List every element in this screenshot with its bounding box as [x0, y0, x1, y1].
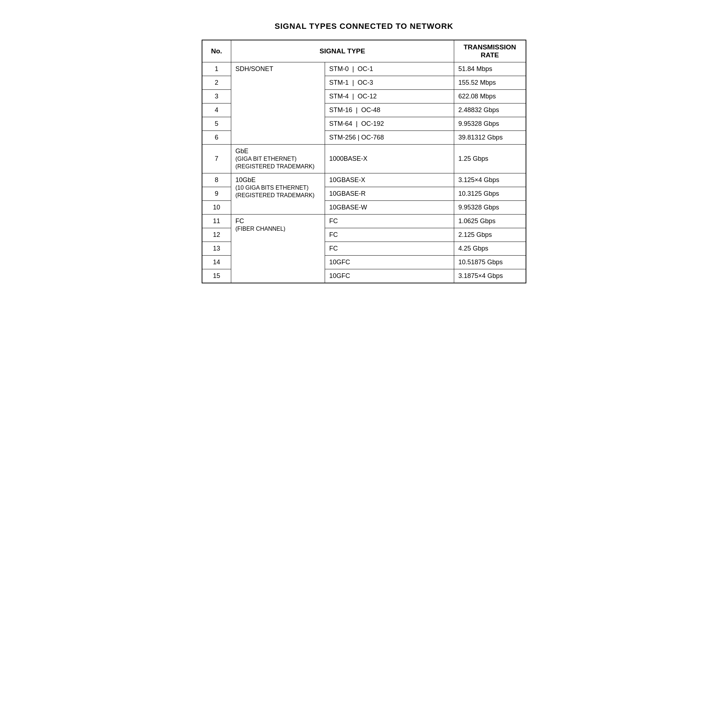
signal-name-10gbe: 10GbE (10 GIGA BITS ETHERNET) (REGISTERE…	[231, 173, 325, 214]
rate-value: 3.125×4 Gbps	[454, 173, 526, 187]
rate-value: 51.84 Mbps	[454, 62, 526, 76]
stm-value: STM-64 | OC-192	[325, 117, 454, 131]
signal-sub1: (10 GIGA BITS ETHERNET)	[236, 185, 309, 191]
stm-value: 1000BASE-X	[325, 144, 454, 173]
row-no: 6	[202, 131, 231, 144]
stm-value: FC	[325, 214, 454, 228]
stm-value: STM-256 | OC-768	[325, 131, 454, 144]
page-title: SIGNAL TYPES CONNECTED TO NETWORK	[202, 22, 526, 31]
signal-sub1: (GIGA BIT ETHERNET)	[236, 156, 297, 162]
rate-value: 4.25 Gbps	[454, 242, 526, 256]
stm-value: 10GFC	[325, 256, 454, 269]
header-no: No.	[202, 40, 231, 62]
rate-value: 9.95328 Gbps	[454, 201, 526, 214]
row-no: 11	[202, 214, 231, 228]
rate-value: 155.52 Mbps	[454, 76, 526, 90]
rate-value: 3.1875×4 Gbps	[454, 269, 526, 284]
stm-value: 10GBASE-R	[325, 187, 454, 201]
rate-value: 2.125 Gbps	[454, 228, 526, 242]
signal-sub1: (FIBER CHANNEL)	[236, 226, 286, 232]
table-row: 7 GbE (GIGA BIT ETHERNET) (REGISTERED TR…	[202, 144, 526, 173]
rate-value: 9.95328 Gbps	[454, 117, 526, 131]
rate-value: 622.08 Mbps	[454, 90, 526, 103]
signal-name-gbe: GbE (GIGA BIT ETHERNET) (REGISTERED TRAD…	[231, 144, 325, 173]
signal-sub2: (REGISTERED TRADEMARK)	[236, 163, 315, 170]
table-row: 11 FC (FIBER CHANNEL) FC 1.0625 Gbps	[202, 214, 526, 228]
row-no: 8	[202, 173, 231, 187]
stm-value: STM-4 | OC-12	[325, 90, 454, 103]
stm-value: 10GBASE-X	[325, 173, 454, 187]
row-no: 10	[202, 201, 231, 214]
signal-name-fc: FC (FIBER CHANNEL)	[231, 214, 325, 284]
stm-value: 10GBASE-W	[325, 201, 454, 214]
rate-value: 1.0625 Gbps	[454, 214, 526, 228]
row-no: 2	[202, 76, 231, 90]
row-no: 15	[202, 269, 231, 284]
stm-value: STM-16 | OC-48	[325, 103, 454, 117]
stm-value: FC	[325, 228, 454, 242]
rate-value: 1.25 Gbps	[454, 144, 526, 173]
table-row: 8 10GbE (10 GIGA BITS ETHERNET) (REGISTE…	[202, 173, 526, 187]
stm-value: 10GFC	[325, 269, 454, 284]
table-row: 1 SDH/SONET STM-0 | OC-1 51.84 Mbps	[202, 62, 526, 76]
row-no: 13	[202, 242, 231, 256]
page-container: SIGNAL TYPES CONNECTED TO NETWORK No. SI…	[202, 22, 526, 284]
signal-types-table: No. SIGNAL TYPE TRANSMISSION RATE 1 SDH/…	[202, 39, 526, 284]
signal-name-sdh: SDH/SONET	[231, 62, 325, 144]
rate-value: 10.3125 Gbps	[454, 187, 526, 201]
row-no: 12	[202, 228, 231, 242]
row-no: 7	[202, 144, 231, 173]
rate-value: 2.48832 Gbps	[454, 103, 526, 117]
row-no: 1	[202, 62, 231, 76]
table-header-row: No. SIGNAL TYPE TRANSMISSION RATE	[202, 40, 526, 62]
stm-value: STM-0 | OC-1	[325, 62, 454, 76]
stm-value: STM-1 | OC-3	[325, 76, 454, 90]
row-no: 3	[202, 90, 231, 103]
row-no: 5	[202, 117, 231, 131]
rate-value: 39.81312 Gbps	[454, 131, 526, 144]
rate-value: 10.51875 Gbps	[454, 256, 526, 269]
signal-sub2: (REGISTERED TRADEMARK)	[236, 192, 315, 198]
row-no: 9	[202, 187, 231, 201]
header-signal-type: SIGNAL TYPE	[231, 40, 454, 62]
stm-value: FC	[325, 242, 454, 256]
row-no: 14	[202, 256, 231, 269]
header-transmission-rate: TRANSMISSION RATE	[454, 40, 526, 62]
row-no: 4	[202, 103, 231, 117]
